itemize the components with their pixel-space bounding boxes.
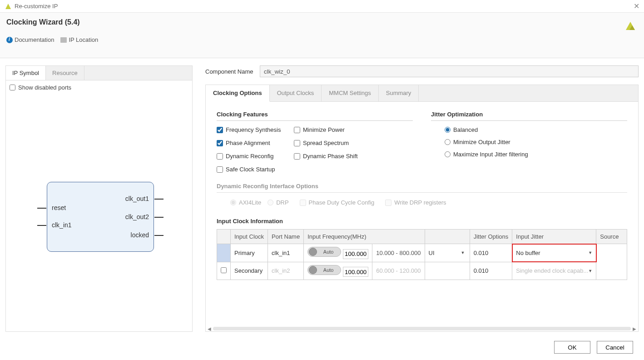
dynamic-phase-shift-checkbox[interactable]: Dynamic Phase Shift	[294, 153, 376, 160]
dyn-reconfig-title: Dynamic Reconfig Interface Options	[217, 183, 627, 193]
input-jitter-primary[interactable]: 0.010	[470, 244, 512, 262]
th-input-jitter: Input Jitter	[512, 230, 596, 244]
header: Clocking Wizard (5.4) Documentation IP L…	[0, 13, 644, 58]
folder-icon	[60, 37, 67, 43]
port-name-primary[interactable]: clk_in1	[268, 244, 304, 262]
clocking-features-title: Clocking Features	[217, 111, 413, 121]
scroll-left-icon[interactable]: ◀	[208, 326, 211, 331]
close-icon[interactable]: ✕	[634, 2, 639, 10]
show-disabled-ports-checkbox[interactable]: Show disabled ports	[10, 84, 188, 91]
source-secondary: Single ended clock capab...▼	[512, 262, 596, 280]
port-clk-in1: clk_in1	[52, 221, 72, 229]
port-clk-out1: clk_out1	[125, 195, 149, 202]
jitter-optimization-title: Jitter Optimization	[431, 111, 627, 121]
tab-ip-symbol[interactable]: IP Symbol	[6, 66, 46, 80]
tab-resource[interactable]: Resource	[46, 66, 84, 80]
secondary-enable-checkbox[interactable]	[221, 267, 227, 273]
balanced-radio[interactable]: Balanced	[445, 126, 627, 133]
phase-alignment-checkbox[interactable]: Phase Alignment	[217, 140, 289, 146]
port-name-secondary: clk_in2	[268, 262, 304, 280]
table-row-primary: Primary clk_in1 Auto 10.000 - 800.000 UI…	[217, 244, 627, 262]
freq-range-primary: 10.000 - 800.000	[372, 244, 425, 262]
drp-radio: DRP	[268, 199, 288, 206]
tab-output-clocks[interactable]: Output Clocks	[270, 85, 322, 101]
th-input-freq: Input Frequency(MHz)	[304, 230, 425, 244]
ip-block: reset clk_in1 clk_out1 clk_out2 locked	[47, 182, 154, 252]
ip-symbol-diagram: reset clk_in1 clk_out1 clk_out2 locked	[10, 91, 188, 309]
chevron-down-icon: ▼	[588, 250, 592, 255]
tab-clocking-options[interactable]: Clocking Options	[206, 85, 270, 102]
documentation-link[interactable]: Documentation	[6, 36, 54, 43]
component-name-label: Component Name	[205, 68, 260, 75]
min-power-checkbox[interactable]: Minimize Power	[294, 126, 376, 133]
app-icon	[5, 3, 12, 10]
component-name-input[interactable]	[260, 65, 639, 77]
min-output-jitter-radio[interactable]: Minimize Output Jitter	[445, 139, 627, 145]
th-source: Source	[596, 230, 627, 244]
port-locked: locked	[131, 231, 149, 239]
tab-summary[interactable]: Summary	[379, 85, 419, 101]
input-clock-table: Input Clock Port Name Input Frequency(MH…	[217, 229, 627, 280]
port-clk-out2: clk_out2	[125, 213, 149, 220]
freq-input-secondary	[343, 267, 368, 277]
titlebar: Re-customize IP ✕	[0, 0, 644, 13]
chevron-down-icon: ▼	[461, 250, 465, 255]
chevron-down-icon: ▼	[588, 269, 592, 273]
th-jitter-options: Jitter Options	[470, 230, 512, 244]
freq-synthesis-checkbox[interactable]: Frequency Synthesis	[217, 126, 289, 133]
th-port-name: Port Name	[268, 230, 304, 244]
max-input-filter-radio[interactable]: Maximize Input Jitter filtering	[445, 151, 627, 158]
xilinx-logo-icon	[624, 19, 637, 32]
write-drp-checkbox: Write DRP registers	[385, 199, 446, 206]
cancel-button[interactable]: Cancel	[597, 341, 633, 354]
spread-spectrum-checkbox[interactable]: Spread Spectrum	[294, 140, 376, 146]
phase-duty-checkbox: Phase Duty Cycle Config	[300, 199, 375, 206]
source-primary[interactable]: No buffer▼	[512, 244, 596, 262]
axi4lite-radio: AXI4Lite	[230, 199, 261, 206]
safe-clock-startup-checkbox[interactable]: Safe Clock Startup	[217, 166, 289, 173]
table-row-secondary: Secondary clk_in2 Auto 60.000 - 120.000 …	[217, 262, 627, 280]
page-title: Clocking Wizard (5.4)	[6, 18, 638, 26]
tab-mmcm-settings[interactable]: MMCM Settings	[322, 85, 378, 101]
ip-location-link[interactable]: IP Location	[60, 36, 98, 43]
auto-toggle-primary[interactable]: Auto	[307, 247, 341, 257]
input-clock-info-title: Input Clock Information	[217, 218, 627, 225]
info-icon	[6, 37, 13, 43]
window-title: Re-customize IP	[15, 3, 634, 10]
left-panel: IP Symbol Resource Show disabled ports r…	[5, 65, 193, 332]
dynamic-reconfig-checkbox[interactable]: Dynamic Reconfig	[217, 153, 289, 160]
port-reset: reset	[52, 204, 66, 211]
freq-input-primary[interactable]	[343, 249, 368, 259]
auto-toggle-secondary: Auto	[307, 265, 341, 275]
freq-range-secondary: 60.000 - 120.000	[372, 262, 425, 280]
input-jitter-secondary: 0.010	[470, 262, 512, 280]
scroll-right-icon[interactable]: ▶	[633, 326, 636, 331]
th-input-clock: Input Clock	[231, 230, 268, 244]
ok-button[interactable]: OK	[554, 341, 590, 354]
horizontal-scrollbar[interactable]: ◀ ▶	[206, 326, 638, 331]
jitter-options-primary[interactable]: UI▼	[425, 244, 470, 262]
